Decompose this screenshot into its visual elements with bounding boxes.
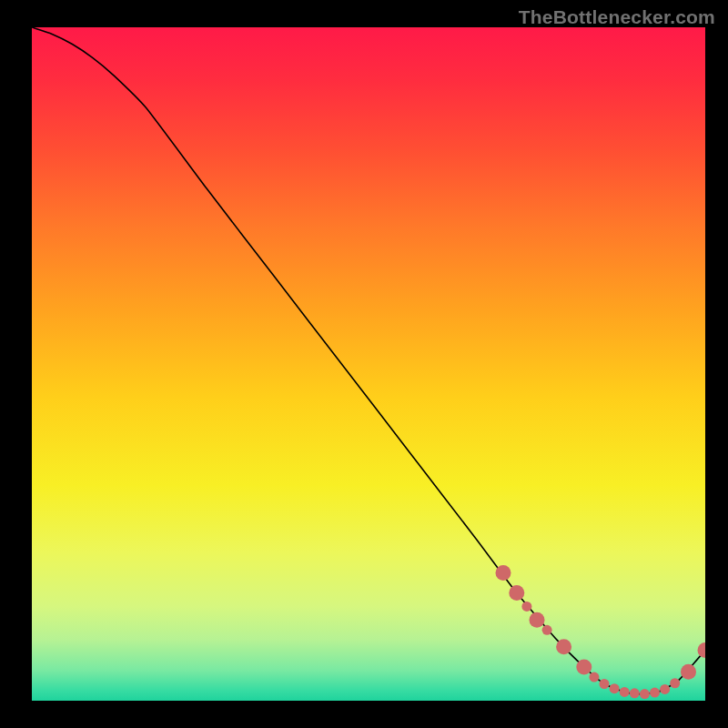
data-marker bbox=[542, 625, 552, 635]
data-marker bbox=[620, 687, 630, 697]
watermark-text: TheBottlenecker.com bbox=[519, 6, 715, 28]
chart-stage: TheBottlenecker.com bbox=[0, 0, 728, 728]
data-marker bbox=[509, 585, 524, 601]
data-marker bbox=[589, 672, 599, 682]
data-marker bbox=[640, 689, 650, 699]
data-marker bbox=[610, 683, 620, 693]
data-marker bbox=[530, 612, 545, 628]
data-marker bbox=[600, 679, 610, 689]
chart-svg bbox=[32, 27, 705, 701]
plot-area bbox=[32, 27, 705, 701]
data-marker bbox=[670, 678, 680, 688]
data-marker bbox=[630, 688, 640, 698]
data-marker bbox=[681, 664, 696, 680]
gradient-background bbox=[32, 27, 705, 701]
data-marker bbox=[556, 639, 571, 654]
data-marker bbox=[650, 688, 660, 698]
data-marker bbox=[576, 660, 592, 675]
data-marker bbox=[660, 684, 670, 694]
data-marker bbox=[521, 602, 531, 612]
data-marker bbox=[496, 565, 511, 581]
